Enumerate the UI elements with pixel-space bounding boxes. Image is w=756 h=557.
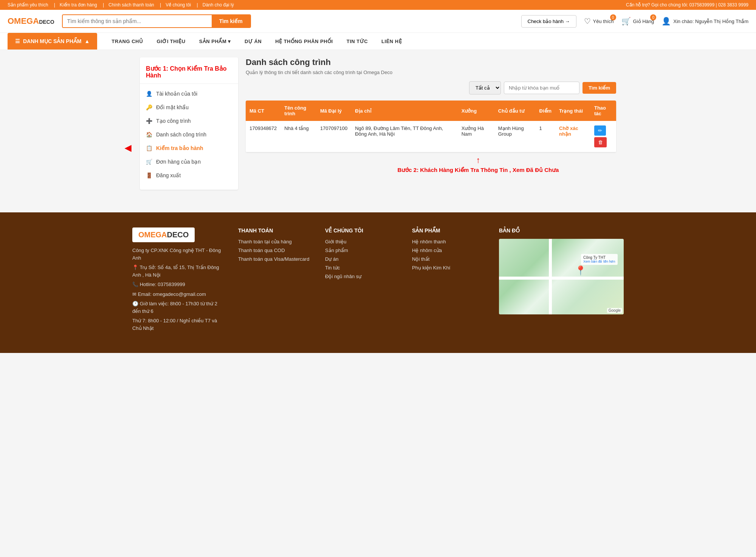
- footer-logo-omega: OMEGA: [138, 231, 167, 239]
- sidebar-step1: Bước 1: Chọn Kiểm Tra Bảo Hành: [140, 65, 238, 84]
- top-bar-support: Cần hỗ trợ? Gọi cho chúng tôi: 037583999…: [626, 2, 748, 8]
- content-search-button[interactable]: Tìm kiếm: [582, 82, 616, 94]
- footer-logo[interactable]: OMEGADECO: [132, 227, 195, 242]
- search-button[interactable]: Tìm kiếm: [212, 15, 250, 27]
- sidebar-item-dang-xuat[interactable]: 🚪 Đăng xuất: [140, 169, 238, 182]
- category-menu-button[interactable]: ☰ DANH MỤC SẢN PHẨM ▲: [8, 33, 97, 50]
- cell-ma-dl: 1707097100: [316, 121, 351, 152]
- checklist-icon: 📋: [146, 145, 152, 151]
- col-ma-dl: Mã Đại lý: [316, 101, 351, 121]
- footer-vct-du-an[interactable]: Dự án: [325, 256, 401, 262]
- nav-gioi-thieu[interactable]: GIỚI THIỆU: [150, 33, 192, 50]
- key-icon: 🔑: [146, 104, 152, 110]
- sidebar-label-dang-xuat: Đăng xuất: [156, 172, 181, 178]
- footer-col-thanh-toan: THANH TOÁN Thanh toán tại cửa hàng Thanh…: [238, 227, 314, 334]
- col-dia-chi: Địa chỉ: [351, 101, 457, 121]
- main-content: Bước 1: Chọn Kiểm Tra Bảo Hành 👤 Tài kho…: [132, 50, 624, 197]
- sidebar-item-kiem-tra-bao-hanh[interactable]: 📋 Kiểm tra bảo hành ◀: [140, 141, 238, 155]
- filter-select[interactable]: Tất cả: [469, 81, 501, 94]
- footer-tt-cua-hang[interactable]: Thanh toán tại cửa hàng: [238, 239, 314, 244]
- footer-vct-tin-tuc[interactable]: Tin tức: [325, 265, 401, 271]
- map-road-horizontal: [499, 277, 624, 280]
- map-road-vertical: [549, 239, 552, 314]
- col-trang-thai: Trạng thái: [555, 101, 590, 121]
- footer-vct-doi-ngu[interactable]: Đội ngũ nhân sự: [325, 274, 401, 279]
- col-diem: Điểm: [536, 101, 556, 121]
- plus-icon: ➕: [146, 118, 152, 124]
- footer-col-ban-do: BẢN ĐỒ 📍 Công Ty THT Xem bản đồ lớn hơn …: [499, 227, 624, 334]
- cell-diem: 1: [536, 121, 556, 152]
- menu-icon: ☰: [15, 38, 20, 44]
- top-link-ve-chung-toi[interactable]: Về chúng tôi: [166, 2, 198, 8]
- top-bar-links: Sản phẩm yêu thích Kiểm tra đơn hàng Chí…: [8, 2, 234, 8]
- cart-icon: 🛒: [621, 17, 631, 26]
- content-search-input[interactable]: [504, 82, 579, 94]
- page-subtitle: Quản lý thông tin chi tiết danh sách các…: [246, 70, 616, 75]
- edit-button[interactable]: ✏: [594, 125, 606, 136]
- sidebar: Bước 1: Chọn Kiểm Tra Bảo Hành 👤 Tài kho…: [140, 57, 238, 190]
- footer-vct-san-pham[interactable]: Sản phẩm: [325, 248, 401, 253]
- warranty-button[interactable]: Check bảo hành →: [521, 15, 576, 28]
- nav-san-pham[interactable]: SẢN PHẨM ▾: [192, 33, 238, 50]
- map-pin-icon: 📍: [575, 265, 586, 276]
- top-link-chinh-sach[interactable]: Chính sách thanh toán: [108, 2, 161, 8]
- nav-trang-chu[interactable]: TRANG CHỦ: [105, 33, 150, 50]
- sidebar-label-kiem-tra: Kiểm tra bảo hành: [156, 145, 203, 151]
- footer-grid: OMEGADECO Công ty CP.XNK Công nghệ THT -…: [132, 227, 624, 334]
- footer-company-name: Công ty CP.XNK Công nghệ THT - Đông Anh: [132, 247, 227, 261]
- sidebar-item-doi-mat-khau[interactable]: 🔑 Đổi mật khẩu: [140, 101, 238, 114]
- cell-ma-ct: 1709348672: [246, 121, 280, 152]
- nav-du-an[interactable]: DỰ ÁN: [238, 33, 268, 50]
- top-link-dai-ly[interactable]: Dành cho đại lý: [203, 2, 234, 8]
- footer-hours1: 🕐 Giờ làm việc: 8h00 - 17h30 từ thứ 2 đế…: [132, 300, 227, 315]
- heart-icon: ♡: [584, 17, 591, 26]
- cell-xuong: Xưởng Hà Nam: [458, 121, 494, 152]
- sidebar-label-doi-mat-khau: Đổi mật khẩu: [156, 104, 189, 110]
- sidebar-item-tai-khoan[interactable]: 👤 Tài khoản của tôi: [140, 87, 238, 101]
- category-btn-label: DANH MỤC SẢN PHẨM: [23, 38, 81, 44]
- map-pin-icon: 📍: [132, 265, 138, 270]
- footer-sp-he-nhom-thanh[interactable]: Hệ nhôm thanh: [412, 239, 488, 244]
- sidebar-item-don-hang[interactable]: 🛒 Đơn hàng của bạn: [140, 155, 238, 169]
- footer-sp-phu-kien[interactable]: Phụ kiện Kim Khí: [412, 265, 488, 271]
- top-link-yeu-thich[interactable]: Sản phẩm yêu thích: [8, 2, 55, 8]
- footer-logo-deco: DECO: [167, 231, 189, 239]
- footer-col-san-pham: SẢN PHẨM Hệ nhôm thanh Hệ nhôm cửa Nội t…: [412, 227, 488, 334]
- nav-lien-he[interactable]: LIÊN HỆ: [375, 33, 409, 50]
- top-link-kiem-tra[interactable]: Kiểm tra đơn hàng: [60, 2, 104, 8]
- footer-sp-he-nhom-cua[interactable]: Hệ nhôm cửa: [412, 248, 488, 253]
- nav-tin-tuc[interactable]: TIN TỨC: [340, 33, 375, 50]
- user-greeting-area[interactable]: 👤 Xin chào: Nguyễn Thị Hồng Thắm: [662, 17, 748, 26]
- yeu-thich-action[interactable]: ♡ 0 Yêu thích: [584, 17, 614, 26]
- footer-vct-gioi-thieu[interactable]: Giới thiệu: [325, 239, 401, 244]
- footer-sp-noi-that[interactable]: Nội thất: [412, 256, 488, 262]
- cell-dia-chi: Ngõ 89, Đường Lâm Tiên, TT Đông Anh, Đôn…: [351, 121, 457, 152]
- col-ma-ct: Mã CT: [246, 101, 280, 121]
- data-table: Mã CT Tên công trình Mã Đại lý Địa chỉ X…: [246, 101, 616, 152]
- footer-col-ve-chung-toi: VỀ CHÚNG TÔI Giới thiệu Sản phẩm Dự án T…: [325, 227, 401, 334]
- search-input[interactable]: [63, 15, 212, 27]
- google-logo: Google: [607, 308, 622, 313]
- logo[interactable]: OMEGADECO: [8, 16, 54, 26]
- logout-icon: 🚪: [146, 172, 152, 178]
- sidebar-item-danh-sach[interactable]: 🏠 Danh sách công trình: [140, 128, 238, 141]
- map-placeholder: 📍 Công Ty THT Xem bản đồ lớn hơn Google: [499, 239, 624, 314]
- status-badge: Chờ xác nhận: [559, 125, 578, 137]
- map-view-larger[interactable]: Xem bản đồ lớn hơn: [583, 260, 615, 263]
- content-area: Danh sách công trình Quản lý thông tin c…: [246, 57, 616, 190]
- user-icon: 👤: [662, 17, 671, 26]
- gio-hang-action[interactable]: 🛒 0 Giỏ Hàng: [621, 17, 654, 26]
- nav-phan-phoi[interactable]: HỆ THỐNG PHÂN PHỐI: [268, 33, 340, 50]
- top-bar: Sản phẩm yêu thích Kiểm tra đơn hàng Chí…: [0, 0, 756, 10]
- footer-tt-visa[interactable]: Thanh toán qua Visa/Mastercard: [238, 256, 314, 262]
- map-container[interactable]: 📍 Công Ty THT Xem bản đồ lớn hơn Google: [499, 239, 624, 314]
- delete-button[interactable]: 🗑: [594, 137, 607, 147]
- sidebar-item-tao-cong-trinh[interactable]: ➕ Tạo công trình: [140, 114, 238, 128]
- footer-sp-title: SẢN PHẨM: [412, 227, 488, 234]
- email-icon: ✉: [132, 291, 136, 297]
- footer-tt-cod[interactable]: Thanh toán qua COD: [238, 248, 314, 253]
- col-thao-tac: Thao tác: [590, 101, 616, 121]
- user-greeting: Xin chào: Nguyễn Thị Hồng Thắm: [673, 19, 748, 24]
- cell-ten-ct: Nhà 4 tầng: [280, 121, 316, 152]
- logo-omega: OMEGA: [8, 16, 39, 26]
